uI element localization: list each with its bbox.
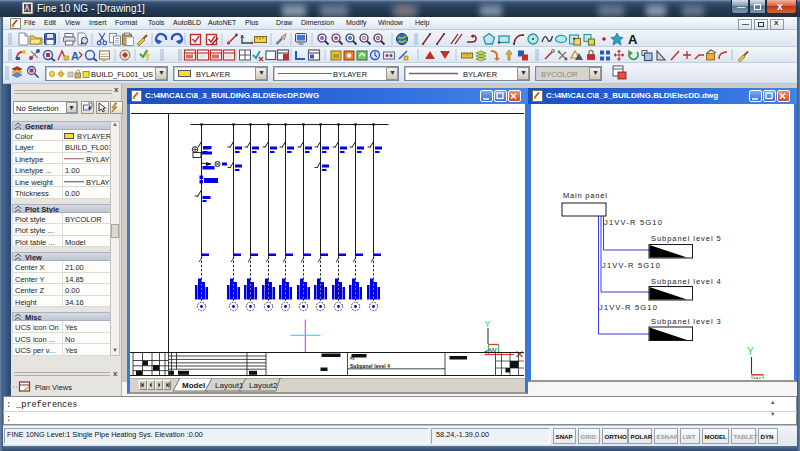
- svg-text:A: A: [628, 32, 638, 47]
- svg-text:Subpanel level 3: Subpanel level 3: [651, 317, 722, 326]
- svg-text:Y: Y: [485, 319, 491, 329]
- svg-text:Main panel: Main panel: [563, 191, 608, 200]
- svg-text:W: W: [490, 346, 498, 355]
- svg-text:A: A: [71, 50, 79, 62]
- svg-text:Layout1: Layout1: [215, 381, 244, 390]
- svg-text:J1VV-R 5G10: J1VV-R 5G10: [602, 261, 661, 270]
- svg-text:Model: Model: [182, 381, 205, 390]
- svg-text:49: 49: [350, 356, 356, 361]
- svg-text:Subpanel level 5: Subpanel level 5: [651, 234, 722, 243]
- svg-text:W: W: [754, 375, 762, 379]
- svg-text:J1VV-R 5G10: J1VV-R 5G10: [604, 218, 663, 227]
- svg-text:Layout2: Layout2: [249, 381, 278, 390]
- svg-text:Subpanel level 4: Subpanel level 4: [651, 277, 722, 286]
- svg-text:J1VV-R 5G10: J1VV-R 5G10: [599, 303, 658, 312]
- svg-text:Y: Y: [747, 346, 754, 357]
- svg-text:Subpanel level 4: Subpanel level 4: [350, 364, 390, 369]
